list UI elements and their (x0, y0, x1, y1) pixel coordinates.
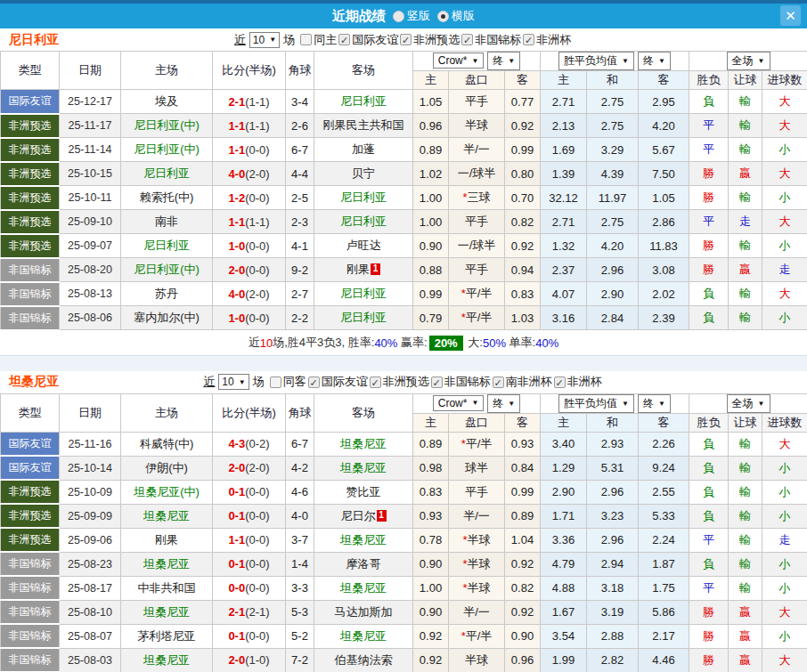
full-score: 4-0 (228, 287, 245, 301)
mean-home: 3.36 (541, 528, 587, 552)
result-winlose: 負 (689, 432, 729, 456)
home-team: 塞内加尔(中) (121, 306, 213, 330)
league-checkbox[interactable]: ✓非洲杯 (554, 374, 602, 390)
matches-table: 类型日期主场比分(半场)角球客场Crow*▼终▼胜平负均值▼终▼全场▼主盘口客主… (0, 393, 807, 672)
home-team: 茅利塔尼亚 (121, 624, 213, 648)
layout-horizontal-radio[interactable]: 横版 (437, 8, 475, 24)
odds-away: 1.04 (505, 528, 541, 552)
league-checkbox[interactable]: ✓非洲预选 (400, 32, 460, 48)
col-corner-header: 角球 (286, 393, 314, 432)
away-team: 刚果民主共和国 (314, 114, 413, 138)
result-goals: 小 (762, 504, 807, 528)
mean-away: 2.26 (639, 432, 689, 456)
league-checkbox[interactable]: ✓国际友谊 (338, 32, 398, 48)
match-type-badge: 非国锦标 (1, 282, 60, 306)
home-team: 尼日利亚(中) (121, 258, 213, 282)
chevron-down-icon: ▼ (508, 400, 515, 408)
half-score: (0-0) (245, 557, 269, 571)
full-score: 0-1 (228, 509, 245, 522)
odds-company-select[interactable]: Crow*▼ (433, 395, 485, 411)
away-team: 尼日利亚 (314, 282, 413, 306)
home-team: 尼日利亚 (121, 234, 213, 258)
recent-count-select[interactable]: 10▼ (218, 374, 249, 390)
match-date: 25-08-10 (60, 600, 121, 624)
mean-away: 5.33 (639, 504, 689, 528)
same-venue-checkbox[interactable]: 同主 (300, 32, 337, 48)
match-row: 国际友谊25-10-14伊朗(中)2-0(2-0)4-2坦桑尼亚0.98球半0.… (1, 456, 807, 480)
header-group-row: 类型日期主场比分(半场)角球客场Crow*▼终▼胜平负均值▼终▼全场▼ (1, 52, 807, 71)
mean-odds-select[interactable]: 胜平负均值▼ (558, 394, 634, 413)
match-row: 非洲预选25-11-14尼日利亚(中)1-1(0-0)6-7加蓬0.89半/一0… (1, 138, 807, 162)
league-checkbox[interactable]: ✓非国锦标 (461, 32, 521, 48)
mean-away: 2.17 (639, 624, 689, 648)
home-team-name: 埃及 (155, 94, 178, 108)
handicap: 半/一 (449, 504, 505, 528)
mean-away: 2.95 (639, 90, 689, 114)
subcolumn-header: 让球 (729, 413, 762, 432)
away-team-name: 加蓬 (352, 142, 375, 156)
mean-draw: 3.19 (587, 600, 639, 624)
match-type-badge: 非国锦标 (1, 306, 60, 330)
result-goals: 小 (762, 186, 807, 210)
checkbox-unchecked-icon (300, 34, 312, 45)
corner-score: 2-7 (286, 282, 314, 306)
half-score: (1-1) (245, 215, 269, 229)
full-score: 1-1 (228, 533, 245, 547)
mean-away: 5.86 (639, 600, 689, 624)
result-goals: 小 (762, 234, 807, 258)
fulltime-select[interactable]: 全场▼ (727, 52, 770, 70)
handicap: *平/半 (449, 624, 505, 648)
away-team: 尼日利亚 (314, 306, 413, 330)
handicap: 平手 (449, 258, 505, 282)
same-venue-checkbox[interactable]: 同客 (270, 374, 306, 390)
corner-score: 1-4 (286, 552, 314, 576)
mean-final-select[interactable]: 终▼ (638, 394, 671, 413)
mean-home: 1.69 (541, 138, 587, 162)
match-row: 国际友谊25-11-16科威特(中)4-3(0-2)6-7坦桑尼亚0.89*平/… (1, 432, 807, 456)
sections-container: 尼日利亚近10▼场同主✓国际友谊✓非洲预选✓非国锦标✓非洲杯类型日期主场比分(半… (0, 28, 807, 672)
odds-company-select[interactable]: Crow*▼ (433, 53, 485, 69)
recent-count-select[interactable]: 10▼ (249, 32, 280, 48)
half-score: (1-0) (245, 653, 269, 667)
league-checkbox[interactable]: ✓南非洲杯 (493, 374, 552, 390)
league-checkbox[interactable]: ✓非洲杯 (523, 32, 571, 48)
layout-vertical-radio[interactable]: 竖版 (393, 8, 430, 24)
mean-odds-select[interactable]: 胜平负均值▼ (558, 52, 634, 70)
summary-segment: 50% (483, 336, 506, 350)
result-handicap: 輸 (729, 528, 762, 552)
team-section: 坦桑尼亚近10▼场同客✓国际友谊✓非洲预选✓非国锦标✓南非洲杯✓非洲杯类型日期主… (0, 371, 807, 672)
odds-final-select[interactable]: 终▼ (487, 52, 520, 70)
mean-final-select[interactable]: 终▼ (638, 52, 671, 70)
result-winlose: 平 (689, 114, 729, 138)
result-goals: 走 (762, 258, 807, 282)
mean-draw: 2.96 (587, 258, 639, 282)
league-checkbox[interactable]: ✓国际友谊 (308, 374, 368, 390)
col-away-header: 客场 (314, 52, 413, 90)
full-score: 0-1 (228, 485, 245, 498)
away-team-name: 尼日利亚 (340, 190, 387, 204)
home-team: 埃及 (121, 90, 213, 114)
league-checkbox-label: 非洲预选 (383, 374, 429, 390)
result-winlose: 平 (689, 576, 729, 600)
home-team-name: 伊朗(中) (145, 461, 188, 474)
recent-label[interactable]: 近 (203, 374, 215, 390)
same-venue-checkbox-label: 同主 (314, 32, 337, 48)
checkbox-checked-icon: ✓ (431, 376, 443, 388)
match-type-badge: 非洲预选 (1, 138, 60, 162)
home-team: 坦桑尼亚 (121, 648, 213, 672)
score-cell: 1-1(1-1) (213, 210, 286, 234)
odds-home: 1.05 (413, 90, 449, 114)
odds-away: 0.99 (505, 138, 541, 162)
fulltime-select[interactable]: 全场▼ (727, 394, 770, 413)
league-checkbox[interactable]: ✓非洲预选 (370, 374, 429, 390)
result-handicap: 輸 (729, 552, 762, 576)
col-score-header: 比分(半场) (213, 52, 286, 90)
match-row: 非洲预选25-10-09坦桑尼亚(中)0-1(0-0)4-6赞比亚0.83平手0… (1, 480, 807, 504)
odds-final-select[interactable]: 终▼ (487, 394, 520, 413)
close-button[interactable]: ✕ (780, 5, 801, 26)
league-checkbox[interactable]: ✓非国锦标 (431, 374, 491, 390)
half-score: (0-0) (245, 629, 269, 643)
full-score: 4-3 (228, 437, 245, 450)
fulltime-header: 全场▼ (689, 52, 807, 71)
recent-label[interactable]: 近 (234, 32, 246, 48)
